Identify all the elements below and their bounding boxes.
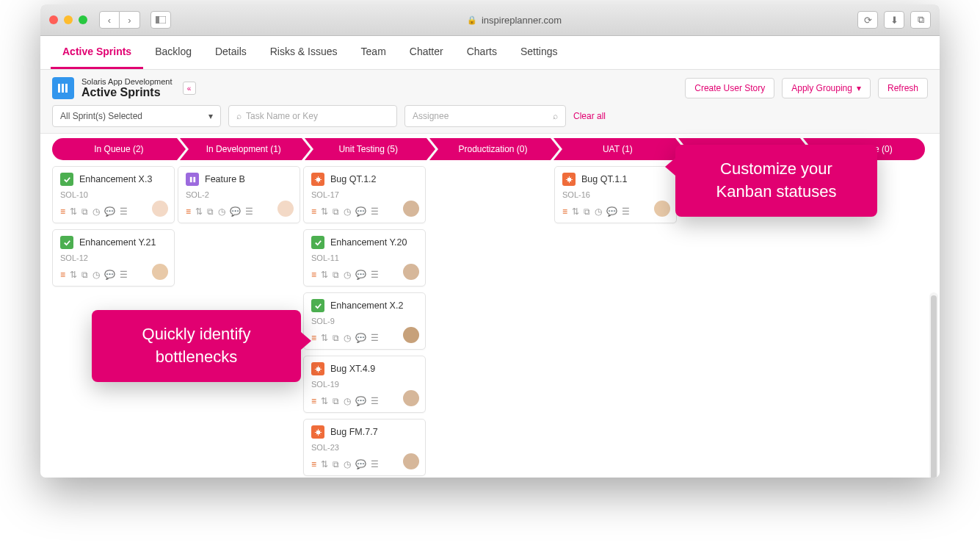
- list-icon: ☰: [371, 459, 379, 469]
- assignee-select[interactable]: Assignee ⌕: [404, 105, 566, 127]
- column-header-in-development[interactable]: In Development (1): [180, 138, 302, 160]
- downloads-button[interactable]: ⬇: [884, 11, 904, 29]
- link-icon: ⧉: [81, 206, 88, 217]
- assignee-avatar[interactable]: [403, 264, 419, 280]
- kanban-card[interactable]: Feature BSOL-2≡⇅⧉◷💬☰: [178, 166, 300, 223]
- column-header-unit-testing[interactable]: Unit Testing (5): [305, 138, 427, 160]
- lock-icon: 🔒: [467, 15, 477, 25]
- priority-icon: ≡: [311, 396, 316, 406]
- kanban-card[interactable]: Enhancement X.2SOL-9≡⇅⧉◷💬☰: [303, 292, 426, 350]
- kanban-card[interactable]: Bug FM.7.7SOL-23≡⇅⧉◷💬☰: [303, 419, 426, 476]
- priority-icon: ≡: [311, 459, 316, 469]
- column-header-in-queue[interactable]: In Queue (2): [52, 138, 177, 160]
- priority-icon: ≡: [60, 206, 65, 217]
- forward-button[interactable]: ›: [120, 11, 140, 29]
- list-icon: ☰: [120, 206, 128, 217]
- kanban-column[interactable]: Bug QT.1.1SOL-16≡⇅⧉◷💬☰: [554, 166, 677, 478]
- clock-icon: ◷: [92, 270, 100, 280]
- scrollbar-thumb[interactable]: [931, 295, 937, 478]
- sprint-select[interactable]: All Sprint(s) Selected ▾: [52, 105, 221, 127]
- kanban-column[interactable]: Bug QT.1.2SOL-17≡⇅⧉◷💬☰Enhancement Y.20SO…: [303, 166, 426, 478]
- tab-risks-issues[interactable]: Risks & Issues: [258, 36, 349, 69]
- tab-active-sprints[interactable]: Active Sprints: [51, 36, 143, 69]
- assignee-avatar[interactable]: [403, 201, 419, 217]
- tab-settings[interactable]: Settings: [509, 36, 570, 69]
- tab-charts[interactable]: Charts: [455, 36, 509, 69]
- search-icon: ⌕: [553, 111, 558, 121]
- sidebar-toggle-button[interactable]: [150, 11, 171, 29]
- kanban-card[interactable]: Bug XT.4.9SOL-19≡⇅⧉◷💬☰: [303, 356, 426, 413]
- collapse-header-button[interactable]: «: [183, 82, 196, 95]
- card-meta-icons: ≡⇅⧉◷💬☰: [60, 270, 128, 280]
- card-key: SOL-23: [311, 443, 418, 452]
- assignee-avatar[interactable]: [277, 201, 294, 217]
- reload-button[interactable]: ⟳: [857, 11, 878, 29]
- refresh-button[interactable]: Refresh: [878, 78, 928, 98]
- back-button[interactable]: ‹: [99, 11, 120, 29]
- priority-icon: ≡: [311, 270, 316, 280]
- card-key: SOL-19: [311, 380, 418, 389]
- comment-icon: 💬: [355, 396, 366, 406]
- tab-backlog[interactable]: Backlog: [143, 36, 203, 69]
- kanban-card[interactable]: Bug QT.1.1SOL-16≡⇅⧉◷💬☰: [554, 166, 677, 223]
- callout-bottlenecks: Quickly identify bottlenecks: [92, 310, 301, 382]
- address-bar[interactable]: 🔒 inspireplanner.com: [192, 15, 837, 26]
- list-icon: ☰: [371, 396, 379, 406]
- kanban-column[interactable]: [429, 166, 551, 478]
- card-type-icon: [311, 236, 324, 249]
- link-icon: ⧉: [333, 206, 339, 217]
- column-header-uat[interactable]: UAT (1): [553, 138, 675, 160]
- assignee-avatar[interactable]: [152, 201, 168, 217]
- list-icon: ☰: [120, 270, 128, 280]
- card-key: SOL-11: [311, 253, 418, 262]
- svg-rect-4: [65, 84, 68, 93]
- assignee-avatar[interactable]: [403, 327, 419, 343]
- comment-icon: 💬: [355, 333, 366, 343]
- chevron-down-icon: ▾: [857, 83, 861, 93]
- link-icon: ⧉: [333, 396, 339, 406]
- create-user-story-button[interactable]: Create User Story: [685, 78, 774, 98]
- svg-rect-1: [156, 16, 159, 24]
- tab-details[interactable]: Details: [203, 36, 258, 69]
- minimize-window-icon[interactable]: [64, 15, 73, 24]
- close-window-icon[interactable]: [49, 15, 58, 24]
- tab-chatter[interactable]: Chatter: [398, 36, 455, 69]
- clock-icon: ◷: [595, 206, 602, 217]
- assignee-avatar[interactable]: [152, 264, 168, 280]
- kanban-card[interactable]: Bug QT.1.2SOL-17≡⇅⧉◷💬☰: [303, 166, 426, 223]
- page-header: Solaris App Development Active Sprints «…: [40, 70, 940, 134]
- assignee-avatar[interactable]: [403, 453, 419, 469]
- comment-icon: 💬: [104, 270, 115, 280]
- column-header-productization[interactable]: Productization (0): [429, 138, 551, 160]
- comment-icon: 💬: [355, 459, 366, 469]
- kanban-card[interactable]: Enhancement Y.20SOL-11≡⇅⧉◷💬☰: [303, 229, 426, 287]
- callout-statuses: Customize your Kanban statuses: [675, 145, 877, 217]
- card-type-icon: [311, 362, 324, 375]
- tabs-button[interactable]: ⧉: [910, 11, 931, 29]
- search-input[interactable]: ⌕ Task Name or Key: [228, 105, 397, 127]
- maximize-window-icon[interactable]: [79, 15, 87, 24]
- window-controls: [49, 15, 87, 24]
- assignee-avatar[interactable]: [654, 201, 670, 217]
- card-title: Enhancement Y.21: [79, 237, 156, 248]
- clear-filters-link[interactable]: Clear all: [573, 111, 606, 121]
- kanban-card[interactable]: Enhancement X.3SOL-10≡⇅⧉◷💬☰: [52, 166, 175, 223]
- svg-rect-3: [62, 84, 64, 93]
- assignee-avatar[interactable]: [403, 390, 419, 406]
- card-type-icon: [311, 425, 324, 439]
- card-meta-icons: ≡⇅⧉◷💬☰: [311, 333, 379, 343]
- vertical-scrollbar[interactable]: [929, 292, 938, 478]
- card-meta-icons: ≡⇅⧉◷💬☰: [186, 206, 253, 217]
- arrows-icon: ⇅: [321, 270, 328, 280]
- card-title: Bug QT.1.1: [581, 174, 628, 184]
- kanban-card[interactable]: Enhancement Y.21SOL-12≡⇅⧉◷💬☰: [52, 229, 175, 287]
- url-text: inspireplanner.com: [482, 15, 562, 26]
- arrows-icon: ⇅: [321, 333, 328, 343]
- card-type-icon: [562, 173, 576, 186]
- tab-team[interactable]: Team: [349, 36, 398, 69]
- list-icon: ☰: [245, 206, 253, 217]
- comment-icon: 💬: [355, 270, 366, 280]
- apply-grouping-button[interactable]: Apply Grouping▾: [782, 78, 871, 98]
- search-icon: ⌕: [236, 111, 242, 121]
- card-meta-icons: ≡⇅⧉◷💬☰: [311, 270, 379, 280]
